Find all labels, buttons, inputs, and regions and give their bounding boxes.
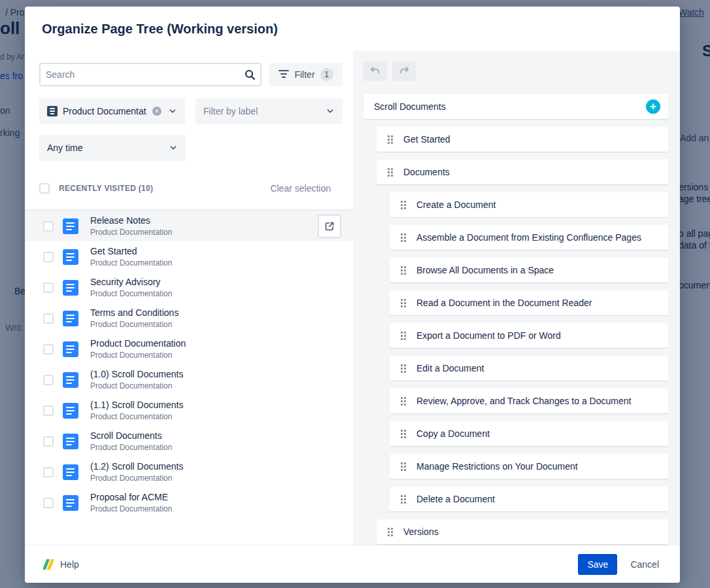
time-filter-dropdown[interactable]: Any time bbox=[39, 135, 186, 161]
help-link[interactable]: Help bbox=[43, 559, 79, 570]
search-controls: Filter 1 Product Documentat bbox=[25, 51, 353, 194]
list-item[interactable]: (1.2) Scroll Documents Product Documenta… bbox=[25, 457, 353, 487]
undo-button[interactable] bbox=[363, 61, 387, 81]
tree-item[interactable]: Export a Document to PDF or Word bbox=[390, 323, 668, 348]
list-item[interactable]: (1.0) Scroll Documents Product Documenta… bbox=[25, 364, 353, 395]
tree-item[interactable]: Review, Approve, and Track Changes to a … bbox=[390, 389, 668, 413]
tree-item-label: Copy a Document bbox=[416, 428, 490, 439]
chevron-down-icon bbox=[168, 107, 177, 116]
cancel-button[interactable]: Cancel bbox=[628, 559, 662, 570]
item-title: Product Documentation bbox=[90, 337, 186, 350]
drag-handle-icon[interactable] bbox=[387, 527, 393, 536]
list-item[interactable]: Proposal for ACME Product Documentation bbox=[25, 487, 353, 518]
tree-item[interactable]: Versions bbox=[377, 519, 668, 544]
dialog-header: Organize Page Tree (Working version) bbox=[25, 7, 680, 51]
item-checkbox[interactable] bbox=[43, 344, 54, 355]
space-filter-dropdown[interactable]: Product Documentat ✕ bbox=[39, 98, 185, 124]
item-checkbox[interactable] bbox=[43, 313, 54, 324]
tree-item-label: Edit a Document bbox=[416, 363, 484, 373]
tree-item[interactable]: Edit a Document bbox=[390, 356, 668, 381]
list-item[interactable]: Scroll Documents Product Documentation bbox=[25, 426, 353, 457]
label-filter-dropdown[interactable]: Filter by label bbox=[195, 98, 343, 124]
item-text: Proposal for ACME Product Documentation bbox=[90, 491, 172, 514]
tree-item[interactable]: Delete a Document bbox=[390, 487, 668, 511]
list-section-title: RECENTLY VISITED (10) bbox=[59, 184, 153, 193]
drag-handle-icon[interactable] bbox=[400, 429, 406, 438]
item-checkbox[interactable] bbox=[43, 436, 54, 447]
tree-item[interactable]: Assemble a Document from Existing Conflu… bbox=[390, 225, 668, 250]
item-checkbox[interactable] bbox=[43, 283, 54, 293]
page-icon bbox=[63, 464, 78, 480]
drag-handle-icon[interactable] bbox=[400, 200, 406, 209]
list-item[interactable]: Release Notes Product Documentation bbox=[25, 211, 353, 241]
tree-item[interactable]: Get Started bbox=[377, 127, 668, 152]
item-text: Product Documentation Product Documentat… bbox=[90, 337, 186, 360]
clear-space-filter-icon[interactable]: ✕ bbox=[152, 107, 161, 116]
item-subtitle: Product Documentation bbox=[90, 319, 178, 330]
list-item[interactable]: Terms and Conditions Product Documentati… bbox=[25, 303, 353, 334]
dialog-title: Organize Page Tree (Working version) bbox=[42, 22, 278, 37]
page-icon bbox=[63, 372, 78, 388]
label-filter-placeholder: Filter by label bbox=[203, 106, 320, 116]
page-icon bbox=[63, 311, 78, 326]
drag-handle-icon[interactable] bbox=[400, 331, 406, 340]
item-text: (1.2) Scroll Documents Product Documenta… bbox=[90, 460, 183, 483]
drag-handle-icon[interactable] bbox=[387, 135, 393, 144]
page-tree-panel: Scroll Documents + Get Started Documents… bbox=[353, 51, 680, 545]
drag-handle-icon[interactable] bbox=[387, 167, 393, 177]
filter-label: Filter bbox=[294, 69, 314, 80]
item-title: Get Started bbox=[90, 245, 172, 258]
page-icon bbox=[63, 434, 78, 449]
item-checkbox[interactable] bbox=[43, 252, 54, 262]
redo-button[interactable] bbox=[392, 61, 416, 81]
open-page-button[interactable] bbox=[318, 215, 341, 238]
add-page-button[interactable]: + bbox=[646, 99, 660, 114]
tree-item-label: Assemble a Document from Existing Conflu… bbox=[416, 232, 641, 243]
drag-handle-icon[interactable] bbox=[400, 298, 406, 307]
screen: / Pro Watch oll Documents d by An es fro… bbox=[0, 0, 710, 588]
item-subtitle: Product Documentation bbox=[90, 227, 172, 237]
tree-item[interactable]: Read a Document in the Document Reader bbox=[390, 290, 668, 315]
item-checkbox[interactable] bbox=[43, 498, 54, 508]
select-all-checkbox[interactable] bbox=[39, 183, 50, 194]
tree-root-row[interactable]: Scroll Documents + bbox=[363, 94, 668, 119]
dialog-footer: Help Save Cancel bbox=[25, 545, 680, 583]
list-item[interactable]: Get Started Product Documentation bbox=[25, 241, 353, 272]
help-label: Help bbox=[60, 559, 79, 570]
tree-item-label: Manage Restrictions on Your Document bbox=[416, 461, 578, 472]
page-search-panel: Filter 1 Product Documentat bbox=[25, 51, 353, 545]
list-item[interactable]: (1.1) Scroll Documents Product Documenta… bbox=[25, 395, 353, 426]
item-subtitle: Product Documentation bbox=[90, 258, 172, 268]
list-item[interactable]: Security Advisory Product Documentation bbox=[25, 272, 353, 303]
item-checkbox[interactable] bbox=[43, 375, 54, 385]
save-button[interactable]: Save bbox=[578, 554, 617, 575]
page-icon bbox=[63, 341, 78, 357]
tree-item[interactable]: Browse All Documents in a Space bbox=[390, 258, 668, 283]
drag-handle-icon[interactable] bbox=[400, 266, 406, 275]
item-checkbox[interactable] bbox=[43, 467, 54, 477]
tree-item-label: Documents bbox=[403, 167, 450, 177]
filter-button[interactable]: Filter 1 bbox=[269, 63, 343, 86]
drag-handle-icon[interactable] bbox=[400, 233, 406, 242]
tree-item[interactable]: Manage Restrictions on Your Document bbox=[390, 454, 668, 479]
item-text: (1.1) Scroll Documents Product Documenta… bbox=[90, 399, 183, 422]
tree-item[interactable]: Create a Document bbox=[390, 192, 668, 217]
list-item[interactable]: Product Documentation Product Documentat… bbox=[25, 334, 353, 364]
drag-handle-icon[interactable] bbox=[400, 462, 406, 471]
item-checkbox[interactable] bbox=[43, 221, 54, 232]
search-input[interactable] bbox=[39, 63, 262, 86]
tree-list: Get Started Documents Create a Document … bbox=[363, 127, 668, 544]
drag-handle-icon[interactable] bbox=[400, 364, 406, 373]
item-subtitle: Product Documentation bbox=[90, 473, 183, 483]
drag-handle-icon[interactable] bbox=[400, 494, 406, 504]
tree-item[interactable]: Documents bbox=[377, 160, 668, 184]
item-subtitle: Product Documentation bbox=[90, 442, 172, 453]
item-text: Get Started Product Documentation bbox=[90, 245, 172, 268]
tree-item-label: Review, Approve, and Track Changes to a … bbox=[416, 396, 631, 406]
clear-selection-link[interactable]: Clear selection bbox=[270, 183, 331, 194]
item-title: Proposal for ACME bbox=[90, 491, 172, 504]
tree-item[interactable]: Copy a Document bbox=[390, 421, 668, 446]
item-text: (1.0) Scroll Documents Product Documenta… bbox=[90, 368, 183, 391]
item-checkbox[interactable] bbox=[43, 406, 54, 416]
drag-handle-icon[interactable] bbox=[400, 396, 406, 406]
